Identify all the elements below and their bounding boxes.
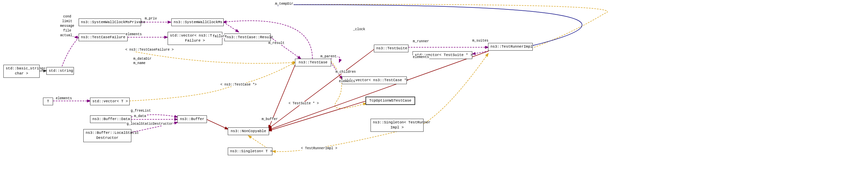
label-cond-limit: condlimitmessagefileactual_ <box>60 14 74 38</box>
svg-line-10 <box>473 51 489 54</box>
node-vec-testcasefailure: std::vector< ns3::TestCaseFailure > <box>167 32 222 45</box>
svg-line-6 <box>271 37 301 59</box>
svg-line-14 <box>269 101 366 131</box>
svg-line-11 <box>207 120 228 129</box>
label-testsuite-ptr-tmpl: < TestSuite * > <box>288 102 319 105</box>
label-clock: _clock <box>353 28 366 31</box>
label-g-freelist: g_freeList <box>130 109 151 113</box>
svg-line-3 <box>223 22 239 32</box>
node-tcpoptionwstestcase: TcpOptionWSTestCase <box>366 97 415 105</box>
label-m-data: m_data <box>134 114 147 118</box>
node-buffer-data: ns3::Buffer::Data <box>90 115 131 123</box>
label-m-priv: m_priv <box>145 17 157 21</box>
node-singleton-testrunner: ns3::Singleton< TestRunnerImpl > <box>371 119 424 132</box>
node-buffer: ns3::Buffer <box>177 115 207 123</box>
node-singleton-t: ns3::Singleton< T > <box>228 147 272 155</box>
node-systemwallclockmsprivate: ns3::SystemWallClockMsPrivate <box>79 19 141 26</box>
label-m-name: m_name <box>133 61 146 65</box>
node-systemwallclockms: ns3::SystemWallClockMs <box>171 19 224 26</box>
node-string: std::string <box>46 67 74 75</box>
label-m-result: m_result <box>268 41 285 45</box>
label-m-suites: m_suites <box>472 39 489 42</box>
node-buffer-localstatic: ns3::Buffer::LocalStaticDestructor <box>83 129 131 142</box>
label-elements-1: elements <box>125 33 142 36</box>
node-testrunnerimpl: ns3::TestRunnerImpl <box>488 43 533 50</box>
label-m-datadir: m_dataDir <box>133 57 152 61</box>
diagram-container: std::basic_string<char > std::string ns3… <box>0 0 868 169</box>
label-m-tempdir: m_tempDir <box>275 2 293 6</box>
label-m-runner: m_runner <box>412 40 429 43</box>
label-testcasefailure-tmpl: < ns3::TestCaseFailure > <box>125 48 174 52</box>
label-g-localstatic: g_localStaticDestructor <box>126 122 173 126</box>
node-noncopyable: ns3::NonCopyable <box>228 127 269 135</box>
node-t: T <box>43 98 53 105</box>
label-m-parent: m_parent <box>320 55 337 58</box>
node-testcase: ns3::TestCase <box>295 59 331 66</box>
label-failure: failure <box>212 35 227 38</box>
label-elements-3: elements <box>412 55 429 59</box>
node-testcasefailure: ns3::TestCaseFailure <box>79 34 128 41</box>
label-m-buffer: m_buffer <box>261 117 278 121</box>
node-basic-string: std::basic_string<char > <box>3 65 40 78</box>
label-elements-t: elements <box>55 97 72 100</box>
label-testcase-ptr-tmpl: < ns3::TestCase *> <box>220 83 257 87</box>
node-testcase-result: ns3::TestCase::Result <box>224 34 271 41</box>
label-testrunnerimpl-tmpl: < TestRunnerImpl > <box>301 146 338 150</box>
label-elements-2: elements <box>339 79 355 83</box>
node-vec-t: std::vector< T > <box>90 98 130 105</box>
label-m-children: m_children <box>335 70 356 74</box>
node-testsuite: ns3::TestSuite <box>374 44 408 52</box>
